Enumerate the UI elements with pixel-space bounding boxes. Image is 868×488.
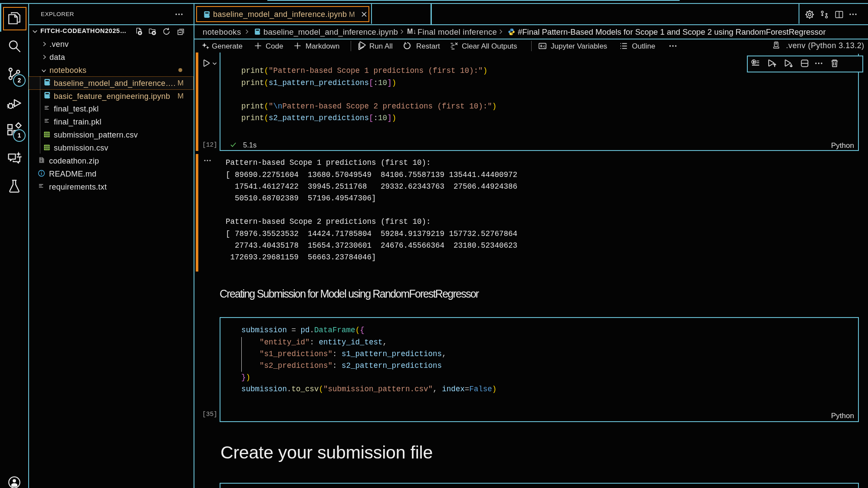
- svg-text:x): x): [542, 44, 546, 48]
